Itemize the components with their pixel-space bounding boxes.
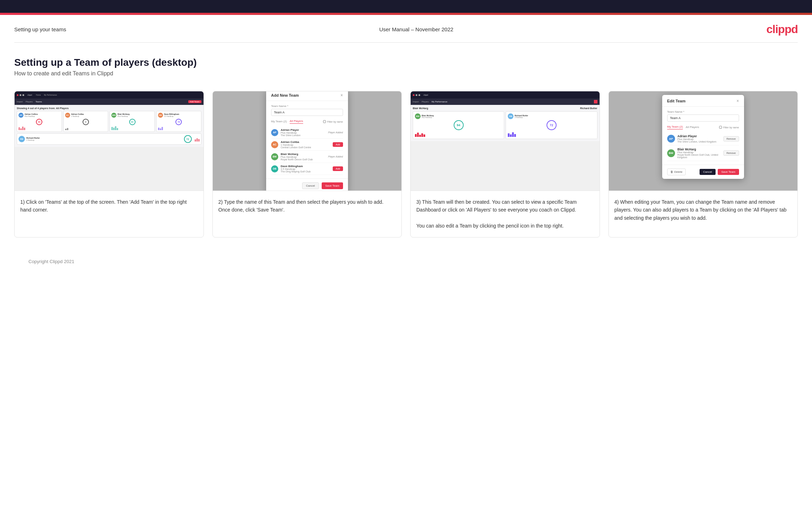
edit-delete-button[interactable]: 🗑 Delete xyxy=(667,169,686,175)
edit-modal-filter: Filter by name xyxy=(719,126,739,129)
card-1: clippd Home My Performance Import Player… xyxy=(14,91,204,238)
edit-player-info-1: Adrian Player Plus HandicapThe Shire Lon… xyxy=(677,134,721,143)
card-3-screenshot: clippd Import Players My Performance Bla… xyxy=(411,91,600,191)
edit-remove-btn-1[interactable]: Remove xyxy=(723,136,739,142)
ss1-bars-3 xyxy=(111,126,153,130)
ss3-player-top-1: BM Blair McHarg Plus Handicap xyxy=(415,113,502,119)
modal-player-row-1: AP Adrian Player Plus HandicapThe Shire … xyxy=(271,127,343,139)
ss1-bar xyxy=(22,127,23,130)
card-4-screenshot: Edit Team × Team Name * Team A My Team (… xyxy=(609,91,798,191)
modal-player-row-4: DB Dave Billingham 3.5 HandicapThe Ding … xyxy=(271,163,343,175)
modal-filter-checkbox: Filter by name xyxy=(323,120,343,123)
modal-cancel-button[interactable]: Cancel xyxy=(302,182,319,189)
ss1-nav-players: Players xyxy=(26,101,33,103)
ss3-header-title: Blair McHarg xyxy=(413,107,428,110)
ss1-player-top-4: DB Dave Billingham 3.5 Handicap xyxy=(158,113,200,118)
ss1-header-row: Showing 4 out of 4 players from: All Pla… xyxy=(17,107,201,110)
modal-player-info-2: Adrian Coliba 1 HandicapCentral London G… xyxy=(281,140,331,149)
edit-modal-title: Edit Team xyxy=(667,99,686,103)
ss3-score-2: 72 xyxy=(547,120,557,130)
modal-add-btn-2[interactable]: Add xyxy=(333,142,343,147)
ss3-bar xyxy=(419,135,421,137)
ss1-dot-1 xyxy=(17,94,19,96)
ss3-player-card-2: RB Richard Butler 2 Handicap 72 xyxy=(506,111,597,139)
ss1-avatar-large: RB xyxy=(19,136,25,142)
ss3-detail-1: Plus Handicap xyxy=(422,117,434,118)
card-2-screenshot: Add New Team × Team Name * Team A My Tea… xyxy=(213,91,402,191)
edit-modal-team-input[interactable]: Team A xyxy=(667,114,739,122)
ss3-nav-players: Players xyxy=(422,101,429,103)
ss1-large-detail: 2 Handicap xyxy=(26,139,40,141)
ss3-detail-2: 2 Handicap xyxy=(515,117,528,118)
ss1-bar xyxy=(115,126,116,130)
ss1-player-large: RB Richard Butler 2 Handicap 72 xyxy=(17,133,201,145)
ss1-bar xyxy=(158,128,159,130)
modal-player-action-1: Player Added xyxy=(328,131,343,134)
ss1-bars-2 xyxy=(65,126,107,130)
edit-save-button[interactable]: Save Team xyxy=(718,169,739,175)
modal-footer: Cancel Save Team xyxy=(266,178,348,191)
ss3-header: Blair McHarg Richard Butler xyxy=(413,107,597,110)
ss1-player-card-3: BM Blair McHarg Plus Handicap 94 xyxy=(110,111,155,132)
ss3-avatar-1: BM xyxy=(415,113,421,119)
edit-team-modal: Edit Team × Team Name * Team A My Team (… xyxy=(662,95,744,179)
ss1-player-detail-4: 3.5 Handicap xyxy=(164,116,179,117)
modal-player-list: AP Adrian Player Plus HandicapThe Shire … xyxy=(271,127,343,175)
edit-player-name-1: Adrian Player xyxy=(677,134,721,138)
ss3-pencil-btn[interactable] xyxy=(594,100,597,103)
ss1-bar xyxy=(198,139,200,142)
page-title: Setting up a Team of players (desktop) xyxy=(14,57,798,68)
modal-avatar-1: AP xyxy=(271,129,278,136)
filter-checkbox-input[interactable] xyxy=(323,120,326,123)
ss1-player-card-4: DB Dave Billingham 3.5 Handicap 78 xyxy=(156,111,201,132)
modal-player-row-3: BM Blair McHarg Plus HandicapRoyal North… xyxy=(271,151,343,163)
ss1-bars-1 xyxy=(19,126,60,130)
top-bar xyxy=(0,0,812,13)
modal-team-name-input[interactable]: Team A xyxy=(271,109,343,116)
card-3: clippd Import Players My Performance Bla… xyxy=(410,91,600,238)
ss1-bars-4 xyxy=(158,126,200,130)
ss1-player-top-3: BM Blair McHarg Plus Handicap xyxy=(111,113,153,118)
edit-footer-right: Cancel Save Team xyxy=(700,169,739,175)
ss1-title: Showing 4 out of 4 players from: All Pla… xyxy=(17,107,69,110)
modal-close-icon[interactable]: × xyxy=(341,93,343,98)
card-2-text: 2) Type the name of this Team and then s… xyxy=(213,191,402,221)
modal-tab-myteam[interactable]: My Team (2) xyxy=(271,120,287,124)
modal-add-btn-4[interactable]: Add xyxy=(333,166,343,171)
edit-modal-tab-myteam[interactable]: My Team (2) xyxy=(667,125,683,129)
ss1-add-team-btn[interactable]: Add Team xyxy=(188,100,201,103)
ss1-player-card-2: AC Adrian Coliba 1 Handicap 0 xyxy=(63,111,109,132)
ss1-bar xyxy=(113,128,115,130)
modal-player-club-4: 3.5 HandicapThe Ding Maying Golf Club xyxy=(281,168,331,173)
ss3-dot-2 xyxy=(416,94,417,96)
ss1-player-name-3: Blair McHarg xyxy=(117,113,130,116)
ss1-players-grid: AP Adrian Collins Plus Handicap 84 xyxy=(17,111,201,132)
ss3-bar xyxy=(423,134,425,137)
cards-container: clippd Home My Performance Import Player… xyxy=(14,91,798,238)
modal-player-name-2: Adrian Coliba xyxy=(281,140,331,144)
modal-tab-allplayers[interactable]: All Players xyxy=(290,119,303,124)
modal-player-club-2: 1 HandicapCentral London Golf Centre xyxy=(281,144,331,149)
ss1-player-top-2: AC Adrian Coliba 1 Handicap xyxy=(65,113,107,118)
ss3-score-1: 94 xyxy=(454,120,464,130)
modal-save-button[interactable]: Save Team xyxy=(322,182,343,189)
edit-player-row-2: BM Blair McHarg Plus HandicapRoyal North… xyxy=(667,145,739,161)
ss1-bar xyxy=(65,129,67,130)
edit-player-detail-2: Plus HandicapRoyal North Devon Golf Club… xyxy=(677,151,721,159)
ss1-player-card-1: AP Adrian Collins Plus Handicap 84 xyxy=(17,111,62,132)
footer: Copyright Clippd 2021 xyxy=(14,252,798,271)
ss1-player-name-1: Adrian Collins xyxy=(25,113,38,116)
ss1-bar xyxy=(111,127,113,130)
edit-remove-btn-2[interactable]: Remove xyxy=(723,150,739,156)
edit-player-detail-1: Plus HandicapThe Shire London, United Ki… xyxy=(677,138,721,143)
edit-modal-tab-allplayers[interactable]: All Players xyxy=(686,126,699,129)
filter-label: Filter by name xyxy=(327,121,343,123)
ss3-nav-teams: My Performance xyxy=(432,101,447,103)
logo: clippd xyxy=(766,23,798,36)
edit-filter-checkbox[interactable] xyxy=(719,126,722,129)
edit-cancel-button[interactable]: Cancel xyxy=(700,169,716,175)
ss1-player-detail-2: 1 Handicap xyxy=(71,116,84,117)
edit-modal-close-icon[interactable]: × xyxy=(737,98,739,103)
copyright-text: Copyright Clippd 2021 xyxy=(28,259,74,264)
ss1-avatar-3: BM xyxy=(111,113,116,118)
